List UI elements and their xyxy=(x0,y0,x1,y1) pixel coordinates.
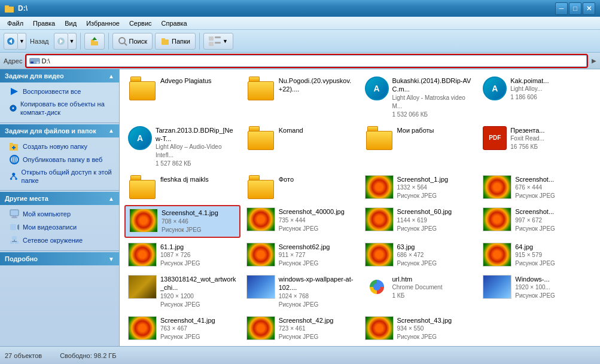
file-item-url-htm[interactable]: url.htm Chrome Document1 КБ xyxy=(361,273,477,311)
svg-rect-1 xyxy=(5,5,9,8)
file-item-screenshot42[interactable]: Screenshot_42.jpg 723 × 461Рисунок JPEG xyxy=(243,314,359,344)
window-controls[interactable]: ─ □ ✕ xyxy=(555,2,595,15)
file-meta-windows-right: 1920 × 100...Рисунок JPEG xyxy=(515,283,592,300)
file-item-screenshot41[interactable]: Screenshot_41.jpg 763 × 467Рисунок JPEG xyxy=(124,314,240,344)
file-item-bukashki[interactable]: A Bukashki.(2014).BDRip-AVC.m... Light A… xyxy=(361,74,477,121)
toolbar: ▼ Назад ▼ Поиск xyxy=(0,30,600,53)
file-item-windows-right[interactable]: Windows-... 1920 × 100...Рисунок JPEG xyxy=(479,273,595,311)
my-computer-label: Мой компьютер xyxy=(23,210,71,218)
copy-disc-label: Копировать все объекты на компакт-диск xyxy=(20,100,114,117)
sidebar-section-places[interactable]: Другие места ▲ xyxy=(0,192,119,205)
file-item-nu-pogodi[interactable]: Nu.Pogodi.(20.vypuskov.+22).... xyxy=(243,74,359,121)
folders-button[interactable]: Папки xyxy=(155,33,196,50)
file-item-screenshot-4-1[interactable]: Screenshot_4.1.jpg 708 × 446Рисунок JPEG xyxy=(124,205,240,237)
file-item-screenshot40000[interactable]: Screenshot_40000.jpg 735 × 444Рисунок JP… xyxy=(243,205,359,237)
new-folder-label: Создать новую папку xyxy=(23,143,87,150)
back-button[interactable] xyxy=(4,33,18,50)
sidebar-item-network[interactable]: Сетевое окружение xyxy=(0,234,119,247)
file-item-tarzan[interactable]: A Tarzan.2013.D.BDRip_[New-T... Light Al… xyxy=(124,124,240,171)
view-button[interactable]: ▼ xyxy=(203,33,233,50)
sidebar-item-copy-disc[interactable]: Копировать все объекты на компакт-диск xyxy=(0,98,119,119)
file-item-61[interactable]: 61.1.jpg 1087 × 726Рисунок JPEG xyxy=(124,240,240,270)
sidebar-item-new-folder[interactable]: Создать новую папку xyxy=(0,140,119,153)
file-item-screenshot1[interactable]: Screenshot_1.jpg 1332 × 564Рисунок JPEG xyxy=(361,173,477,203)
file-item-komand[interactable]: Komand xyxy=(243,124,359,171)
la-icon-tarzan: A xyxy=(128,126,152,150)
thumb-screenshot-r1 xyxy=(483,175,511,199)
new-folder-icon xyxy=(10,142,19,151)
file-name-artwork: 1383018142_wot_artwork_chi... xyxy=(160,275,237,292)
file-item-fleshka[interactable]: fleshka dj maikls xyxy=(124,173,240,203)
menu-view[interactable]: Вид xyxy=(60,19,81,28)
file-name-bukashki: Bukashki.(2014).BDRip-AVC.m... xyxy=(392,77,474,94)
file-item-foto[interactable]: Фото xyxy=(243,173,359,203)
sidebar-section-video[interactable]: Задачи для видео ▲ xyxy=(0,69,119,82)
back-dropdown[interactable]: ▼ xyxy=(18,33,26,50)
file-name-screenshot62: Screenshot62.jpg xyxy=(279,243,355,251)
la-icon-kak: A xyxy=(483,77,507,100)
folder-icon-foto xyxy=(246,175,275,199)
menu-edit[interactable]: Правка xyxy=(28,19,60,28)
minimize-button[interactable]: ─ xyxy=(555,2,568,15)
file-item-64[interactable]: 64.jpg 915 × 579Рисунок JPEG xyxy=(479,240,595,270)
file-name-komand: Komand xyxy=(279,126,355,134)
forward-button[interactable] xyxy=(54,33,68,50)
file-item-63[interactable]: 63.jpg 686 × 472Рисунок JPEG xyxy=(361,240,477,270)
file-item-screenshot62[interactable]: Screenshot62.jpg 911 × 727Рисунок JPEG xyxy=(243,240,359,270)
item-count: 27 объектов xyxy=(5,352,42,359)
folder-icon-fleshka xyxy=(128,175,157,199)
file-item-kak[interactable]: A Kak.poimat... Light Alloy...1 186 606 xyxy=(479,74,595,121)
details-section-title: Подробно xyxy=(5,255,38,262)
file-item-artwork[interactable]: 1383018142_wot_artwork_chi... 1920 × 120… xyxy=(124,273,240,311)
forward-dropdown[interactable]: ▼ xyxy=(68,33,77,50)
file-item-prezenta[interactable]: PDF Презента... Foxit Read...16 756 КБ xyxy=(479,124,595,171)
menu-help[interactable]: Справка xyxy=(157,19,192,28)
sidebar-item-my-videos[interactable]: Мои видеозаписи xyxy=(0,221,119,234)
menu-file[interactable]: Файл xyxy=(2,19,28,28)
maximize-button[interactable]: □ xyxy=(569,2,581,15)
sidebar-div-2 xyxy=(0,190,119,191)
video-section-content: Воспроизвести все Копировать все объекты… xyxy=(0,82,119,121)
publish-label: Опубликовать папку в веб xyxy=(23,156,102,163)
up-button[interactable] xyxy=(84,33,105,50)
file-item-moi-raboty[interactable]: Мои работы xyxy=(361,124,477,171)
file-item-screenshot-r1[interactable]: Screenshot... 676 × 444Рисунок JPEG xyxy=(479,173,595,203)
file-name-63: 63.jpg xyxy=(397,243,474,251)
sidebar-item-my-computer[interactable]: Мой компьютер xyxy=(0,207,119,221)
window-icon xyxy=(5,4,14,13)
svg-point-32 xyxy=(15,178,17,179)
file-item-wallpaper[interactable]: windows-xp-wallpaper-at-102.... 1024 × 7… xyxy=(243,273,359,311)
address-bar: Адрес ▶ xyxy=(0,53,600,69)
free-space: Свободно: 98.2 ГБ xyxy=(60,352,116,359)
menu-favorites[interactable]: Избранное xyxy=(81,19,124,28)
file-item-screenshot-r2[interactable]: Screenshot... 997 × 672Рисунок JPEG xyxy=(479,205,595,237)
file-name-screenshot-r1: Screenshot... xyxy=(515,175,592,183)
address-input[interactable] xyxy=(42,57,584,65)
sidebar-section-files[interactable]: Задачи для файлов и папок ▲ xyxy=(0,124,119,137)
sidebar-item-share[interactable]: Открыть общий доступ к этой папке xyxy=(0,166,119,187)
menu-tools[interactable]: Сервис xyxy=(124,19,157,28)
file-section-title: Задачи для файлов и папок xyxy=(5,127,96,134)
search-button[interactable]: Поиск xyxy=(112,33,153,50)
pdf-icon-prezenta: PDF xyxy=(483,126,507,150)
address-go: ▶ xyxy=(592,57,596,64)
file-name-wallpaper: windows-xp-wallpaper-at-102.... xyxy=(279,275,355,292)
title-bar: D:\ ─ □ ✕ xyxy=(0,0,600,17)
close-button[interactable]: ✕ xyxy=(583,2,595,15)
thumb-wallpaper xyxy=(246,275,275,299)
svg-line-34 xyxy=(14,176,16,178)
sidebar-item-play-all[interactable]: Воспроизвести все xyxy=(0,85,119,98)
file-name-kak: Kak.poimat... xyxy=(510,77,592,85)
sidebar-section-details[interactable]: Подробно ▼ xyxy=(0,252,119,265)
share-icon xyxy=(10,172,18,181)
address-input-wrap[interactable] xyxy=(26,55,587,67)
file-area[interactable]: Advego Plagiatus Nu.Pogodi.(20.vypuskov.… xyxy=(120,69,600,346)
file-item-screenshot43[interactable]: Screenshot_43.jpg 934 × 550Рисунок JPEG xyxy=(361,314,477,344)
folders-label: Папки xyxy=(172,38,190,45)
svg-rect-12 xyxy=(162,38,165,41)
file-item-screenshot60[interactable]: Screenshot_60.jpg 1144 × 619Рисунок JPEG xyxy=(361,205,477,237)
file-item-advego[interactable]: Advego Plagiatus xyxy=(124,74,240,121)
sidebar-item-publish[interactable]: Опубликовать папку в веб xyxy=(0,153,119,166)
file-name-screenshot40000: Screenshot_40000.jpg xyxy=(279,207,355,216)
file-meta-kak: Light Alloy...1 186 606 xyxy=(510,85,592,102)
